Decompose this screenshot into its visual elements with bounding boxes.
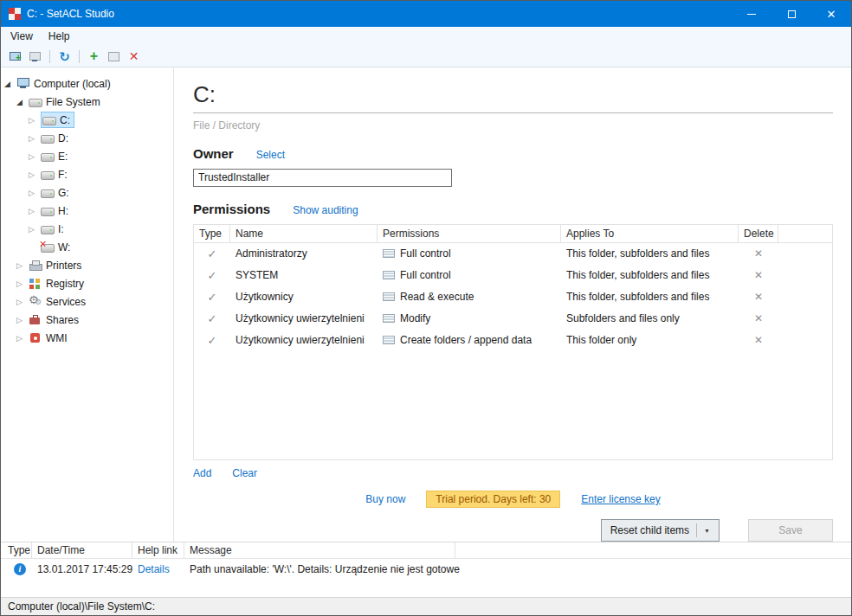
- drive-icon: [41, 204, 55, 217]
- delete-row-icon[interactable]: ✕: [739, 312, 778, 324]
- chevron-collapsed-icon[interactable]: ▷: [16, 334, 29, 343]
- tree-item-label: WMI: [46, 332, 68, 344]
- permission-mask-icon: [383, 249, 395, 258]
- drive-icon: [41, 132, 55, 144]
- permission-cell: Create folders / append data: [378, 334, 561, 346]
- delete-row-icon[interactable]: ✕: [739, 247, 778, 260]
- tree-item-computer-local[interactable]: ◢ Computer (local): [1, 74, 173, 93]
- column-header-type[interactable]: Type: [194, 225, 230, 242]
- menu-view[interactable]: View: [3, 28, 41, 45]
- services-gear-icon: [29, 295, 42, 308]
- chevron-collapsed-icon[interactable]: ▷: [29, 116, 41, 125]
- chevron-collapsed-icon[interactable]: ▷: [16, 316, 29, 324]
- permission-row[interactable]: ✓ Użytkownicy Read & execute This folder…: [194, 286, 832, 308]
- computer-icon: [29, 51, 42, 62]
- enter-license-key-link[interactable]: Enter license key: [581, 493, 660, 505]
- add-permission-link[interactable]: Add: [193, 467, 211, 479]
- plus-icon: +: [90, 50, 98, 62]
- permission-row[interactable]: ✓ Użytkownicy uwierzytelnieni Modify Sub…: [194, 308, 832, 330]
- close-button[interactable]: ✕: [811, 1, 851, 27]
- delete-row-icon[interactable]: ✕: [739, 269, 778, 281]
- permission-row[interactable]: ✓ SYSTEM Full control This folder, subfo…: [194, 265, 832, 286]
- chevron-collapsed-icon[interactable]: ▷: [29, 207, 41, 215]
- delete-row-icon[interactable]: ✕: [739, 334, 778, 346]
- chevron-collapsed-icon[interactable]: ▷: [29, 170, 41, 179]
- info-icon: [14, 563, 26, 575]
- chevron-collapsed-icon[interactable]: ▷: [29, 152, 41, 161]
- permissions-heading: Permissions: [193, 202, 270, 216]
- maximize-button[interactable]: [771, 1, 811, 27]
- reset-child-items-button[interactable]: Reset child items ▼: [601, 519, 720, 542]
- selected-tree-node[interactable]: C:: [41, 112, 74, 128]
- tree-item-label: G:: [58, 187, 69, 199]
- remove-item-button[interactable]: [105, 48, 123, 65]
- tree-item-shares[interactable]: ▷ Shares: [1, 311, 173, 329]
- add-item-button[interactable]: +: [85, 48, 103, 65]
- chevron-collapsed-icon[interactable]: ▷: [29, 134, 41, 143]
- add-computer-button[interactable]: [6, 48, 24, 65]
- column-header-permissions[interactable]: Permissions: [378, 225, 561, 242]
- shares-icon: [29, 313, 42, 326]
- chevron-collapsed-icon[interactable]: ▷: [16, 298, 29, 306]
- chevron-expanded-icon[interactable]: ◢: [16, 98, 29, 106]
- save-button[interactable]: Save: [748, 519, 833, 542]
- permission-row[interactable]: ✓ Administratorzy Full control This fold…: [194, 243, 832, 265]
- tree-item-drive-h[interactable]: ▷ H:: [1, 202, 173, 220]
- chevron-expanded-icon[interactable]: ◢: [4, 80, 16, 88]
- tree-item-wmi[interactable]: ▷ WMI: [1, 329, 173, 347]
- add-computer-icon: [9, 51, 22, 62]
- log-column-help-link[interactable]: Help link: [132, 542, 184, 558]
- delete-item-button[interactable]: ✕: [125, 48, 143, 65]
- clear-permissions-link[interactable]: Clear: [232, 467, 257, 479]
- buy-now-link[interactable]: Buy now: [365, 493, 405, 505]
- column-header-applies-to[interactable]: Applies To: [561, 225, 739, 242]
- tree-item-services[interactable]: ▷ Services: [1, 292, 173, 311]
- log-column-type[interactable]: Type: [1, 542, 32, 558]
- select-owner-link[interactable]: Select: [256, 149, 285, 161]
- tree-item-file-system[interactable]: ◢ File System: [1, 93, 173, 111]
- minimize-button[interactable]: [732, 1, 771, 27]
- tree-item-drive-w[interactable]: W:: [1, 238, 173, 256]
- log-type-cell: [1, 563, 32, 575]
- table-actions: Add Clear: [193, 467, 833, 479]
- license-bar: Buy now Trial period. Days left: 30 Ente…: [193, 491, 833, 508]
- applies-to: This folder only: [561, 334, 739, 346]
- tree-item-drive-d[interactable]: ▷ D:: [1, 129, 173, 147]
- chevron-collapsed-icon[interactable]: ▷: [16, 279, 29, 288]
- edit-computer-button[interactable]: [26, 48, 44, 65]
- drive-icon: [29, 95, 42, 108]
- tree-item-drive-g[interactable]: ▷ G:: [1, 183, 173, 202]
- permission-row[interactable]: ✓ Użytkownicy uwierzytelnieni Create fol…: [194, 330, 832, 351]
- permission-mask-icon: [383, 314, 395, 323]
- tree-item-drive-c[interactable]: ▷ C:: [1, 111, 173, 129]
- owner-section-header: Owner Select: [193, 146, 833, 161]
- menu-help[interactable]: Help: [41, 28, 78, 45]
- chevron-collapsed-icon[interactable]: ▷: [16, 261, 29, 270]
- column-header-name[interactable]: Name: [230, 225, 378, 242]
- tree-item-label: Registry: [46, 278, 84, 290]
- toolbar: ↻ + ✕: [1, 46, 851, 67]
- owner-input[interactable]: [193, 169, 452, 187]
- log-details-link[interactable]: Details: [138, 563, 170, 575]
- statusbar-path: Computer (local)\File System\C:: [8, 600, 155, 613]
- delete-row-icon[interactable]: ✕: [739, 291, 778, 303]
- permission-label: Create folders / append data: [400, 334, 532, 346]
- tree-item-label: File System: [46, 96, 100, 108]
- log-column-datetime[interactable]: Date/Time: [32, 542, 132, 558]
- refresh-button[interactable]: ↻: [55, 48, 74, 65]
- tree-item-label: C:: [60, 114, 70, 126]
- titlebar: C: - SetACL Studio ✕: [1, 1, 851, 27]
- column-header-delete[interactable]: Delete: [739, 225, 778, 242]
- log-row[interactable]: 13.01.2017 17:45:29 Details Path unavail…: [1, 559, 851, 579]
- chevron-collapsed-icon[interactable]: ▷: [29, 189, 41, 197]
- chevron-collapsed-icon[interactable]: ▷: [29, 225, 41, 234]
- log-column-message[interactable]: Message: [184, 542, 455, 558]
- delete-icon: ✕: [129, 50, 139, 62]
- maximize-icon: [788, 10, 796, 18]
- tree-item-printers[interactable]: ▷ Printers: [1, 256, 173, 274]
- tree-item-drive-i[interactable]: ▷ I:: [1, 220, 173, 238]
- tree-item-drive-e[interactable]: ▷ E:: [1, 147, 173, 165]
- tree-item-drive-f[interactable]: ▷ F:: [1, 165, 173, 183]
- tree-item-registry[interactable]: ▷ Registry: [1, 274, 173, 292]
- show-auditing-link[interactable]: Show auditing: [293, 204, 358, 216]
